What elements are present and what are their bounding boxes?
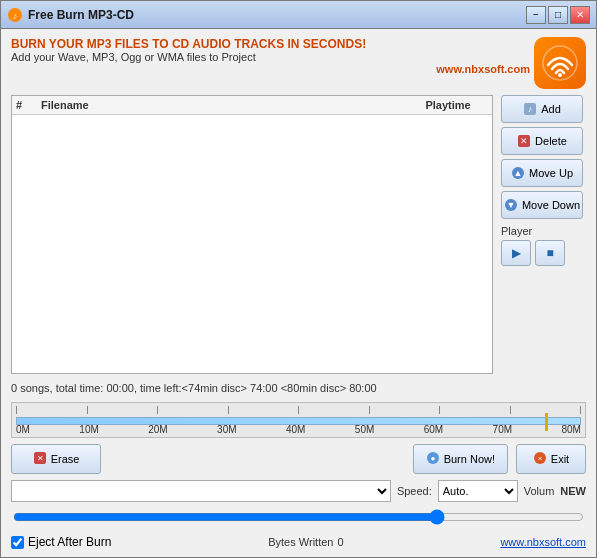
ruler-label-10m: 10M: [79, 424, 98, 435]
stop-button[interactable]: ■: [535, 240, 565, 266]
svg-text:●: ●: [430, 454, 435, 463]
logo-badge: [534, 37, 586, 89]
ruler-tick: [580, 406, 581, 414]
svg-text:×: ×: [537, 454, 542, 463]
file-list-container: # Filename Playtime: [11, 95, 493, 374]
window-title: Free Burn MP3-CD: [28, 8, 526, 22]
titlebar: ♪ Free Burn MP3-CD − □ ✕: [1, 1, 596, 29]
volume-slider-row: [11, 508, 586, 529]
bottom-controls: ✕ Erase ● Burn Now! × Exit: [11, 444, 586, 474]
wifi-logo-icon: [542, 45, 578, 81]
ruler-label-40m: 40M: [286, 424, 305, 435]
bytes-written-area: Bytes Written 0: [268, 536, 343, 548]
ruler-label-60m: 60M: [424, 424, 443, 435]
ruler-tick: [16, 406, 17, 414]
ruler-tick: [510, 406, 511, 414]
svg-text:♪: ♪: [13, 11, 18, 21]
ruler-tick: [369, 406, 370, 414]
player-label: Player: [501, 225, 586, 237]
move-down-icon: ▼: [504, 198, 518, 212]
col-filename-header: Filename: [41, 99, 408, 111]
svg-text:▲: ▲: [514, 168, 523, 178]
move-up-label: Move Up: [529, 167, 573, 179]
erase-icon: ✕: [33, 451, 47, 467]
exit-button[interactable]: × Exit: [516, 444, 586, 474]
volume-value: NEW: [560, 485, 586, 497]
col-playtime-header: Playtime: [408, 99, 488, 111]
main-window: ♪ Free Burn MP3-CD − □ ✕ BURN YOUR MP3 F…: [0, 0, 597, 558]
ruler-labels: 0M 10M 20M 30M 40M 50M 60M 70M 80M: [16, 424, 581, 435]
exit-label: Exit: [551, 453, 569, 465]
burn-label: Burn Now!: [444, 453, 495, 465]
ruler-tick: [439, 406, 440, 414]
svg-text:♪: ♪: [528, 104, 533, 114]
close-button[interactable]: ✕: [570, 6, 590, 24]
ruler-label-50m: 50M: [355, 424, 374, 435]
header-subtitle: Add your Wave, MP3, Ogg or WMA files to …: [11, 51, 534, 63]
file-list-body[interactable]: [12, 115, 492, 373]
ruler-tick: [157, 406, 158, 414]
status-bar: 0 songs, total time: 00:00, time left:<7…: [11, 380, 586, 396]
bytes-value: 0: [337, 536, 343, 548]
svg-text:✕: ✕: [36, 454, 43, 463]
erase-label: Erase: [51, 453, 80, 465]
maximize-button[interactable]: □: [548, 6, 568, 24]
main-panel: # Filename Playtime ♪ Add ✕: [11, 95, 586, 374]
delete-icon: ✕: [517, 134, 531, 148]
svg-text:✕: ✕: [520, 136, 528, 146]
move-up-icon: ▲: [511, 166, 525, 180]
ruler-tick: [298, 406, 299, 414]
header-website: www.nbxsoft.com: [11, 63, 530, 75]
player-controls: ▶ ■: [501, 240, 586, 266]
move-up-button[interactable]: ▲ Move Up: [501, 159, 583, 187]
delete-label: Delete: [535, 135, 567, 147]
volume-label: Volum: [524, 485, 555, 497]
col-hash-header: #: [16, 99, 41, 111]
window-controls: − □ ✕: [526, 6, 590, 24]
player-section: Player ▶ ■: [501, 225, 586, 266]
volume-slider[interactable]: [13, 508, 584, 526]
ruler-label-70m: 70M: [493, 424, 512, 435]
svg-point-3: [558, 73, 562, 77]
eject-label: Eject After Burn: [28, 535, 111, 549]
80min-marker: [585, 413, 586, 431]
dropdown-row: Speed: Auto. Volum NEW: [11, 480, 586, 502]
bytes-label: Bytes Written: [268, 536, 333, 548]
header-text-block: BURN YOUR MP3 FILES TO CD AUDIO TRACKS I…: [11, 37, 534, 75]
burn-button[interactable]: ● Burn Now!: [413, 444, 508, 474]
drive-select[interactable]: [11, 480, 391, 502]
move-down-button[interactable]: ▼ Move Down: [501, 191, 583, 219]
ruler-label-80m: 80M: [561, 424, 580, 435]
side-buttons: ♪ Add ✕ Delete ▲ Move Up: [501, 95, 586, 374]
svg-text:▼: ▼: [506, 200, 515, 210]
eject-checkbox[interactable]: [11, 536, 24, 549]
app-icon: ♪: [7, 7, 23, 23]
exit-icon: ×: [533, 451, 547, 467]
ruler-label-20m: 20M: [148, 424, 167, 435]
erase-button[interactable]: ✕ Erase: [11, 444, 101, 474]
ruler-tick: [228, 406, 229, 414]
ruler-tick: [87, 406, 88, 414]
add-button[interactable]: ♪ Add: [501, 95, 583, 123]
speed-label: Speed:: [397, 485, 432, 497]
add-label: Add: [541, 103, 561, 115]
content-area: BURN YOUR MP3 FILES TO CD AUDIO TRACKS I…: [1, 29, 596, 557]
ruler-label-0m: 0M: [16, 424, 30, 435]
play-button[interactable]: ▶: [501, 240, 531, 266]
add-icon: ♪: [523, 102, 537, 116]
footer-row: Eject After Burn Bytes Written 0 www.nbx…: [11, 535, 586, 549]
move-down-label: Move Down: [522, 199, 580, 211]
file-list-header: # Filename Playtime: [12, 96, 492, 115]
delete-button[interactable]: ✕ Delete: [501, 127, 583, 155]
footer-website-link[interactable]: www.nbxsoft.com: [500, 536, 586, 548]
ruler-ticks: [16, 406, 581, 414]
header-title: BURN YOUR MP3 FILES TO CD AUDIO TRACKS I…: [11, 37, 534, 51]
eject-checkbox-area: Eject After Burn: [11, 535, 111, 549]
minimize-button[interactable]: −: [526, 6, 546, 24]
speed-select[interactable]: Auto.: [438, 480, 518, 502]
ruler-container: 0M 10M 20M 30M 40M 50M 60M 70M 80M: [11, 402, 586, 438]
burn-icon: ●: [426, 451, 440, 467]
header-section: BURN YOUR MP3 FILES TO CD AUDIO TRACKS I…: [11, 37, 586, 89]
ruler-label-30m: 30M: [217, 424, 236, 435]
